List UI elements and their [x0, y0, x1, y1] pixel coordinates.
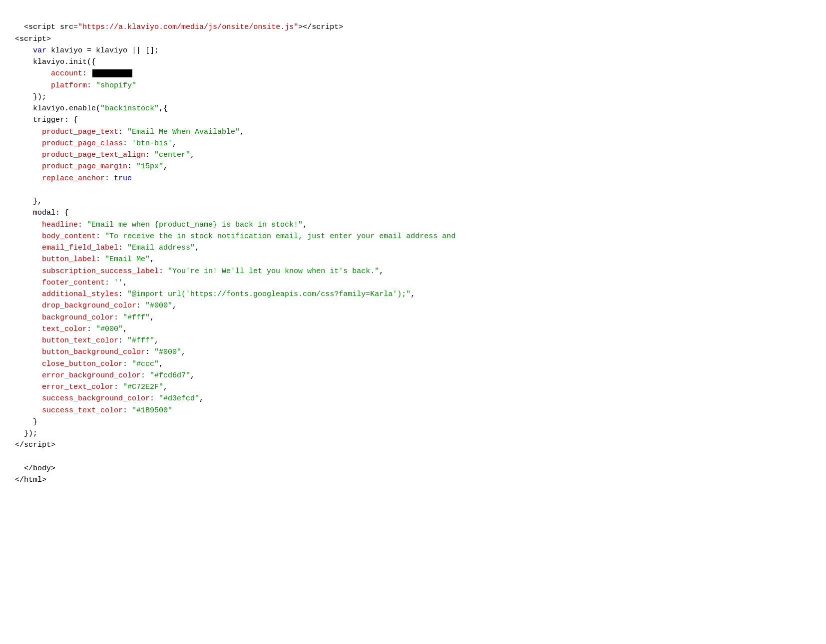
line-19: email_field_label: "Email address", — [15, 244, 199, 252]
line-25: background_color: "#fff", — [15, 314, 154, 322]
line-4: klaviyo.init({ — [15, 58, 96, 66]
line-3: var klaviyo = klaviyo || []; — [15, 46, 159, 55]
line-21: subscription_success_label: "You're in! … — [15, 267, 384, 276]
line-12: product_page_text_align: "center", — [15, 151, 195, 159]
line-36: </script> — [15, 441, 55, 449]
line-37: </body> — [15, 464, 55, 473]
line-28: button_background_color: "#000", — [15, 348, 186, 356]
line-26: text_color: "#000", — [15, 325, 127, 333]
line-14: replace_anchor: true — [15, 174, 132, 183]
line-20: button_label: "Email Me", — [15, 255, 154, 264]
line-5: account: — [15, 69, 133, 78]
line-17: headline: "Email me when {product_name} … — [15, 221, 307, 229]
line-7: }); — [15, 93, 46, 101]
line-22: footer_content: '', — [15, 279, 127, 287]
line-34: } — [15, 418, 37, 426]
line-18: body_content: "To receive the in stock n… — [15, 232, 455, 241]
line-38: </html> — [15, 476, 46, 484]
line-16: modal: { — [15, 209, 69, 217]
line-33: success_text_color: "#1B9500" — [15, 406, 172, 415]
line-8: klaviyo.enable("backinstock",{ — [15, 104, 168, 113]
line-9: trigger: { — [15, 116, 78, 124]
line-30: error_background_color: "#fcd6d7", — [15, 371, 195, 380]
line-32: success_background_color: "#d3efcd", — [15, 394, 204, 403]
line-31: error_text_color: "#C72E2F", — [15, 383, 168, 391]
code-viewer: <script src="https://a.klaviyo.com/media… — [15, 10, 811, 498]
line-27: button_text_color: "#fff", — [15, 336, 159, 345]
line-6: platform: "shopify" — [15, 81, 136, 90]
line-1: <script src="https://a.klaviyo.com/media… — [15, 23, 343, 31]
line-2: <script> — [15, 35, 51, 43]
line-13: product_page_margin: "15px", — [15, 162, 168, 171]
line-29: close_button_color: "#ccc", — [15, 360, 163, 368]
line-35: }); — [15, 429, 37, 438]
line-10: product_page_text: "Email Me When Availa… — [15, 128, 244, 136]
line-15: }, — [15, 197, 42, 206]
line-24: drop_background_color: "#000", — [15, 302, 177, 310]
line-11: product_page_class: 'btn-bis', — [15, 139, 177, 148]
line-23: additional_styles: "@import url('https:/… — [15, 290, 415, 299]
